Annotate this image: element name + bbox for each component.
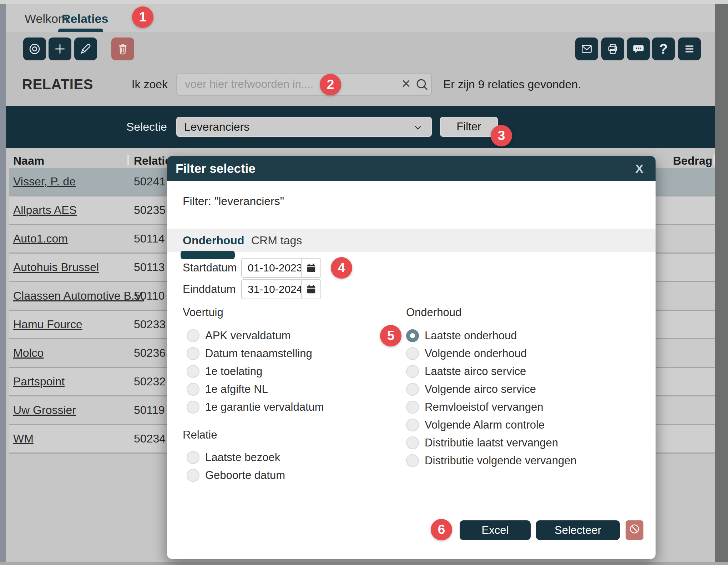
clear-search-icon[interactable]: ✕ <box>399 73 413 96</box>
help-button[interactable]: ? <box>652 38 675 60</box>
relation-number: 50234 <box>134 425 166 452</box>
radio-option[interactable]: 1e garantie vervaldatum <box>187 401 324 414</box>
radio-option[interactable]: 1e afgifte NL <box>187 383 324 396</box>
close-icon[interactable]: X <box>635 156 643 181</box>
annotation-badge-2: 2 <box>320 74 341 95</box>
startdatum-value[interactable]: 01-10-2023 <box>248 259 302 277</box>
search-icon[interactable] <box>415 77 430 94</box>
tab-relaties[interactable]: Relaties <box>62 9 108 29</box>
hamburger-icon <box>683 42 696 56</box>
edit-button[interactable] <box>74 38 97 60</box>
radio-icon[interactable] <box>187 451 199 464</box>
radio-icon[interactable] <box>406 347 419 360</box>
radio-option[interactable]: Volgende onderhoud <box>406 347 577 360</box>
radio-icon[interactable] <box>406 419 419 431</box>
top-edge-strip <box>0 0 728 4</box>
radio-checked-icon[interactable] <box>406 329 419 342</box>
radio-option[interactable]: Datum tenaamstelling <box>187 347 324 360</box>
radio-option[interactable]: Laatste airco service <box>406 365 577 378</box>
selection-dropdown[interactable]: Leveranciers <box>176 117 432 137</box>
calendar-icon[interactable] <box>301 259 320 277</box>
filter-button[interactable]: Filter <box>440 117 498 137</box>
radio-option[interactable]: 1e toelating <box>187 365 324 378</box>
print-button[interactable] <box>601 38 624 60</box>
results-count-text: Er zijn 9 relaties gevonden. <box>443 73 581 96</box>
search-input[interactable] <box>176 73 432 96</box>
radio-icon[interactable] <box>406 401 419 414</box>
relation-link[interactable]: Claassen Automotive B.V. <box>13 282 144 310</box>
relation-link[interactable]: Partspoint <box>13 368 65 395</box>
radio-icon[interactable] <box>187 329 199 342</box>
tab-onderhoud[interactable]: Onderhoud <box>183 229 244 252</box>
radio-option[interactable]: Laatste bezoek <box>187 451 285 464</box>
column-header-naam[interactable]: Naam <box>13 154 44 168</box>
pencil-icon <box>79 42 92 56</box>
email-button[interactable] <box>575 38 598 60</box>
radio-icon[interactable] <box>406 454 419 467</box>
radio-icon[interactable] <box>406 436 419 449</box>
einddatum-value[interactable]: 31-10-2024 <box>248 280 302 299</box>
annotation-badge-4: 4 <box>331 257 352 279</box>
active-filter-text: Filter: "leveranciers" <box>183 195 284 208</box>
relation-link[interactable]: Uw Grossier <box>13 396 76 424</box>
section-heading-onderhoud: Onderhoud <box>406 306 461 319</box>
einddatum-field[interactable]: 31-10-2024 <box>241 279 321 299</box>
radio-option[interactable]: Remvloeistof vervangen <box>406 401 577 414</box>
menu-button[interactable] <box>678 38 701 60</box>
radio-option[interactable]: Distributie laatst vervangen <box>406 436 577 449</box>
relation-link[interactable]: WM <box>13 425 34 452</box>
radio-icon[interactable] <box>187 365 199 378</box>
annotation-badge-1: 1 <box>132 6 153 28</box>
view-button[interactable] <box>23 38 46 60</box>
radio-option-selected[interactable]: Laatste onderhoud <box>406 329 577 342</box>
radio-icon[interactable] <box>187 383 199 396</box>
selection-dropdown-value: Leveranciers <box>184 118 249 136</box>
column-header-bedrag[interactable]: Bedrag <box>673 154 712 168</box>
calendar-icon[interactable] <box>301 280 320 299</box>
selecteer-button[interactable]: Selecteer <box>536 520 620 540</box>
radio-option[interactable]: Geboorte datum <box>187 469 285 482</box>
chat-button[interactable] <box>627 38 650 60</box>
plus-icon <box>53 42 67 56</box>
column-divider <box>713 155 715 165</box>
radio-icon[interactable] <box>406 365 419 378</box>
radio-option[interactable]: Volgende Alarm controle <box>406 419 577 431</box>
radio-icon[interactable] <box>187 401 199 414</box>
radio-option[interactable]: APK vervaldatum <box>187 329 324 342</box>
relation-link[interactable]: Auto1.com <box>13 225 68 252</box>
chevron-down-icon <box>413 122 423 134</box>
radio-icon[interactable] <box>187 347 199 360</box>
relation-link[interactable]: Visser, P. de <box>13 168 76 195</box>
filter-modal: Filter selectie X Filter: "leveranciers"… <box>167 156 656 559</box>
section-heading-relatie: Relatie <box>183 429 217 441</box>
tab-bar <box>6 4 715 32</box>
prohibition-icon <box>629 523 640 538</box>
add-button[interactable] <box>49 38 71 60</box>
radio-option[interactable]: Volgende airco service <box>406 383 577 396</box>
relation-link[interactable]: Autohuis Brussel <box>13 254 99 281</box>
tab-crm-tags[interactable]: CRM tags <box>251 229 302 252</box>
bottom-scrollbar-track[interactable] <box>0 562 728 565</box>
chat-bubble-icon <box>632 42 645 56</box>
startdatum-label: Startdatum <box>183 258 237 278</box>
cancel-button[interactable] <box>626 520 643 540</box>
relation-link[interactable]: Allparts AES <box>13 196 77 224</box>
relation-number: 50114 <box>134 225 165 252</box>
excel-button[interactable]: Excel <box>460 520 531 540</box>
page-title: RELATIES <box>22 73 93 96</box>
right-scrollbar-track[interactable] <box>715 4 728 565</box>
annotation-badge-5: 5 <box>380 325 401 346</box>
delete-button[interactable] <box>111 38 134 60</box>
radio-icon[interactable] <box>406 383 419 396</box>
startdatum-field[interactable]: 01-10-2023 <box>241 258 321 278</box>
relation-link[interactable]: Hamu Fource <box>13 311 82 338</box>
radio-icon[interactable] <box>187 469 199 482</box>
printer-icon <box>606 42 620 56</box>
relation-link[interactable]: Molco <box>13 339 44 367</box>
section-heading-voertuig: Voertuig <box>183 306 223 319</box>
envelope-icon <box>580 42 593 56</box>
modal-tab-strip: Onderhoud CRM tags <box>167 229 656 252</box>
trash-icon <box>116 42 129 55</box>
radio-option[interactable]: Distributie volgende vervangen <box>406 454 577 467</box>
search-label: Ik zoek <box>118 73 168 96</box>
